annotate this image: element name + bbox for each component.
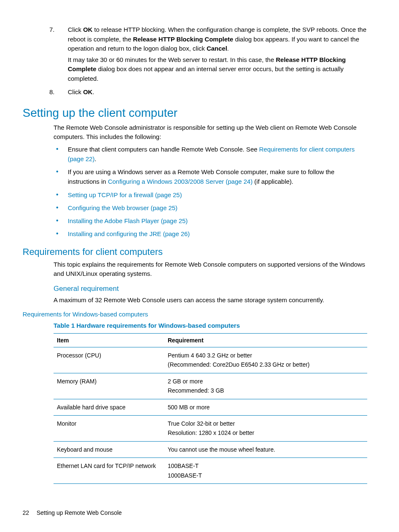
bullet-item: • Ensure that client computers can handl…: [23, 144, 366, 164]
general-requirement-text: A maximum of 32 Remote Web Console users…: [23, 296, 366, 305]
page-footer: 22 Setting up Remote Web Console: [23, 509, 122, 516]
table-cell-item: Available hard drive space: [54, 399, 164, 415]
text: It may take 30 or 60 minutes for the Web…: [68, 56, 276, 63]
bold-text: Cancel: [207, 45, 227, 52]
text: Click: [68, 88, 83, 95]
link-installing-jre[interactable]: Installing and configuring the JRE (page…: [68, 230, 190, 237]
heading-requirements-windows: Requirements for Windows-based computers: [23, 311, 366, 318]
link-configuring-web-browser[interactable]: Configuring the Web browser (page 25): [68, 204, 177, 211]
text: .: [95, 155, 96, 162]
bullet-item: • If you are using a Windows server as a…: [23, 167, 366, 187]
step-8-para: Click OK.: [68, 87, 94, 97]
bold-text: Release HTTP Blocking Complete: [133, 36, 233, 43]
bullet-icon: •: [56, 144, 68, 164]
table-cell-item: Processor (CPU): [54, 347, 164, 373]
step-7-para-1: Click OK to release HTTP blocking. When …: [68, 25, 366, 54]
step-7: 7. Click OK to release HTTP blocking. Wh…: [23, 25, 366, 85]
table-cell-item: Keyboard and mouse: [54, 441, 164, 457]
text: dialog box does not appear and an intern…: [68, 65, 344, 82]
table-row: Available hard drive space500 MB or more: [54, 399, 367, 415]
table-cell-requirement: 2 GB or moreRecommended: 3 GB: [164, 373, 367, 399]
step-number: 7.: [49, 25, 68, 85]
bullet-item: • Installing the Adobe Flash Player (pag…: [23, 216, 366, 226]
bullet-item: • Configuring the Web browser (page 25): [23, 203, 366, 213]
bullet-item: • Setting up TCP/IP for a firewall (page…: [23, 190, 366, 200]
table-row: Keyboard and mouseYou cannot use the mou…: [54, 441, 367, 457]
bullet-item: • Installing and configuring the JRE (pa…: [23, 229, 366, 239]
page-number: 22: [23, 509, 29, 516]
step-content: Click OK to release HTTP blocking. When …: [68, 25, 366, 85]
bullet-icon: •: [56, 167, 68, 187]
table-cell-requirement: You cannot use the mouse wheel feature.: [164, 441, 367, 457]
bullet-icon: •: [56, 190, 68, 200]
step-7-para-2: It may take 30 or 60 minutes for the Web…: [68, 55, 366, 84]
table-row: Processor (CPU)Pentium 4 640 3.2 GHz or …: [54, 347, 367, 373]
table-header-requirement: Requirement: [164, 334, 367, 347]
bullet-icon: •: [56, 203, 68, 213]
table-header-row: Item Requirement: [54, 334, 367, 347]
bullet-content: Configuring the Web browser (page 25): [68, 203, 177, 213]
table-row: Ethernet LAN card for TCP/IP network100B…: [54, 458, 367, 484]
bullet-content: Setting up TCP/IP for a firewall (page 2…: [68, 190, 182, 200]
text: Click: [68, 26, 83, 33]
table-cell-item: Ethernet LAN card for TCP/IP network: [54, 458, 164, 484]
bullet-content: Installing and configuring the JRE (page…: [68, 229, 190, 239]
bullet-icon: •: [56, 216, 68, 226]
table-cell-requirement: 500 MB or more: [164, 399, 367, 415]
text: .: [227, 45, 229, 52]
text: .: [92, 88, 94, 95]
bullet-content: Ensure that client computers can handle …: [68, 144, 366, 164]
table-cell-requirement: True Color 32-bit or betterResolution: 1…: [164, 415, 367, 441]
bullet-icon: •: [56, 229, 68, 239]
link-configuring-windows-server[interactable]: Configuring a Windows 2003/2008 Server (…: [108, 178, 253, 185]
step-8: 8. Click OK.: [23, 87, 366, 99]
bullet-content: Installing the Adobe Flash Player (page …: [68, 216, 188, 226]
text: Ensure that client computers can handle …: [68, 146, 259, 153]
requirements-intro: This topic explains the requirements for…: [23, 260, 366, 279]
step-content: Click OK.: [68, 87, 94, 99]
table-cell-requirement: Pentium 4 640 3.2 GHz or better(Recommen…: [164, 347, 367, 373]
table-header-item: Item: [54, 334, 164, 347]
intro-paragraph: The Remote Web Console administrator is …: [23, 123, 366, 142]
bold-text: OK: [83, 26, 93, 33]
table-cell-requirement: 100BASE-T1000BASE-T: [164, 458, 367, 484]
heading-setting-up-client: Setting up the client computer: [23, 106, 366, 120]
heading-general-requirement: General requirement: [23, 285, 366, 293]
table-row: MonitorTrue Color 32-bit or betterResolu…: [54, 415, 367, 441]
link-installing-flash[interactable]: Installing the Adobe Flash Player (page …: [68, 217, 188, 224]
table-row: Memory (RAM)2 GB or moreRecommended: 3 G…: [54, 373, 367, 399]
link-tcpip-firewall[interactable]: Setting up TCP/IP for a firewall (page 2…: [68, 191, 182, 198]
step-number: 8.: [49, 87, 68, 99]
footer-section-title: Setting up Remote Web Console: [36, 509, 122, 516]
text: (if applicable).: [253, 178, 294, 185]
bullet-content: If you are using a Windows server as a R…: [68, 167, 366, 187]
heading-requirements-client: Requirements for client computers: [23, 247, 366, 257]
hardware-requirements-table: Item Requirement Processor (CPU)Pentium …: [54, 333, 367, 484]
table-cell-item: Monitor: [54, 415, 164, 441]
bold-text: OK: [83, 88, 93, 95]
table-caption: Table 1 Hardware requirements for Window…: [23, 322, 366, 329]
table-cell-item: Memory (RAM): [54, 373, 164, 399]
